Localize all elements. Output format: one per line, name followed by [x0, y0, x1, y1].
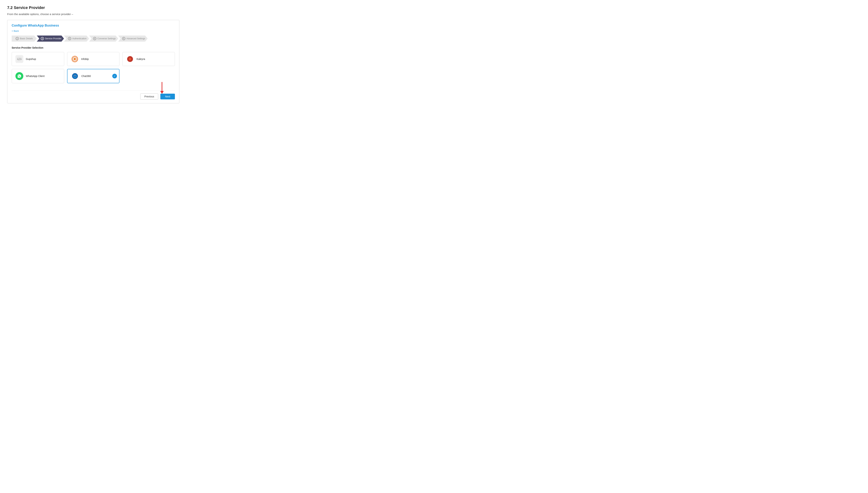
step-service-provider[interactable]: 2 Service Provider: [37, 36, 64, 42]
svg-point-23: [74, 76, 74, 76]
back-link[interactable]: < Back: [12, 29, 19, 32]
infobip-icon: [71, 55, 79, 63]
svg-text:</>: </>: [17, 58, 22, 61]
step-label-advanced-settings: Advanced Settings: [127, 37, 145, 40]
stepper: 1 Basic Details 2 Service Provider 3 Aut…: [12, 36, 175, 42]
step-advanced-settings[interactable]: 5 Advanced Settings: [118, 36, 148, 42]
next-button[interactable]: Next: [160, 94, 175, 100]
svg-point-15: [128, 60, 130, 61]
step-basic-details[interactable]: 1 Basic Details: [12, 36, 37, 42]
arrow-indicator: [160, 82, 164, 94]
configure-whatsapp-box: Configure WhatsApp Business < Back 1 Bas…: [7, 20, 179, 103]
whatsapp-client-icon: [16, 72, 23, 80]
kaleyra-icon: [126, 55, 134, 63]
step-converse-settings[interactable]: 4 Converse Settings: [89, 36, 118, 42]
page-subtitle: From the available options, choose a ser…: [7, 13, 861, 16]
step-label-basic-details: Basic Details: [20, 37, 33, 40]
arrow-head: [160, 91, 164, 94]
step-number-5: 5: [122, 37, 125, 40]
svg-point-11: [128, 58, 129, 60]
provider-card-gupshup[interactable]: </> Gupshup: [12, 52, 64, 66]
svg-point-9: [129, 57, 131, 58]
provider-card-whatsapp-client[interactable]: WhatsApp Client: [12, 69, 64, 83]
svg-point-24: [74, 76, 75, 76]
previous-button[interactable]: Previous: [140, 93, 158, 100]
step-number-3: 3: [68, 37, 71, 40]
chat360-icon: [71, 72, 79, 80]
svg-point-12: [131, 58, 133, 60]
chat360-label: Chat360: [82, 74, 91, 78]
configure-title: Configure WhatsApp Business: [12, 24, 175, 27]
step-number-4: 4: [93, 37, 96, 40]
svg-point-25: [75, 76, 76, 76]
provider-grid: </> Gupshup Infobip: [12, 52, 175, 83]
selected-check-badge: ✓: [112, 74, 117, 79]
provider-card-chat360[interactable]: Chat360 ✓: [67, 69, 120, 83]
svg-point-14: [131, 57, 132, 59]
step-number-1: 1: [16, 37, 19, 40]
arrow-shaft: [161, 82, 162, 91]
step-label-converse-settings: Converse Settings: [97, 37, 116, 40]
svg-point-18: [130, 59, 131, 60]
whatsapp-client-label: WhatsApp Client: [26, 74, 44, 78]
step-label-authentication: Authentication: [72, 37, 86, 40]
step-label-service-provider: Service Provider: [45, 37, 62, 40]
svg-point-6: [74, 59, 75, 60]
step-authentication[interactable]: 3 Authentication: [64, 36, 89, 42]
gupshup-label: Gupshup: [26, 58, 36, 61]
provider-card-infobip[interactable]: Infobip: [67, 52, 120, 66]
svg-point-13: [128, 57, 130, 59]
svg-point-10: [129, 60, 131, 62]
gupshup-icon: </>: [16, 55, 23, 63]
kaleyra-label: Kaleyra: [136, 58, 145, 61]
step-number-2: 2: [41, 37, 44, 40]
svg-point-16: [131, 60, 132, 61]
page-heading: 7.2 Service Provider: [7, 5, 861, 10]
infobip-label: Infobip: [81, 58, 89, 61]
section-title: Service Provider Selection: [12, 46, 175, 49]
footer-area: Previous Next: [12, 90, 175, 100]
provider-card-kaleyra[interactable]: Kaleyra: [122, 52, 175, 66]
